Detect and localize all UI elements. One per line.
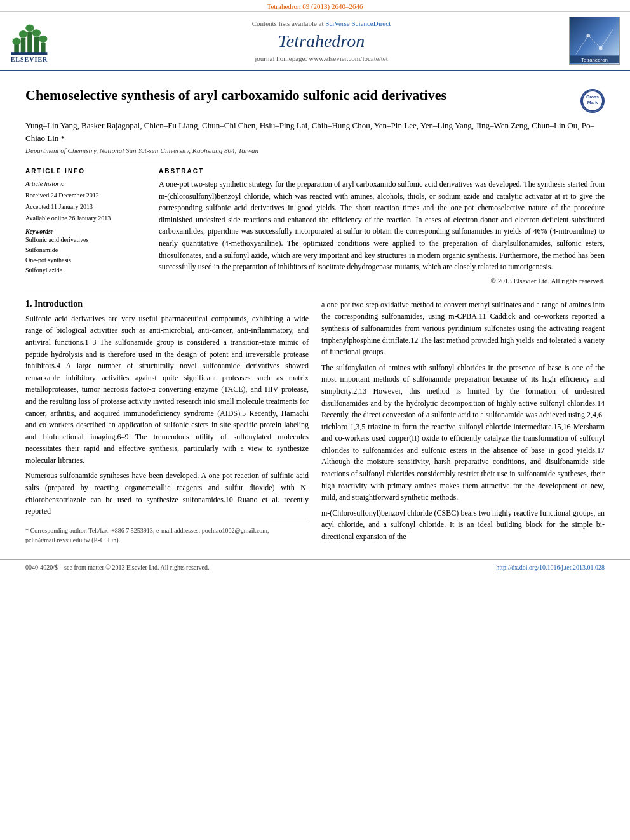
journal-cover-art: Tetrahedron (570, 17, 619, 64)
available-text: Available online 26 January 2013 (25, 215, 111, 222)
article-info-label: ARTICLE INFO (25, 168, 146, 175)
right-paragraph-3: m-(Chlorosulfonyl)benzoyl chloride (CSBC… (321, 507, 605, 543)
authors-text: Yung–Lin Yang, Basker Rajagopal, Chien–F… (25, 121, 594, 143)
svg-rect-0 (14, 43, 19, 53)
svg-point-7 (25, 24, 34, 31)
right-body-col: a one-pot two-step oxidative method to c… (321, 299, 605, 547)
svg-rect-4 (41, 43, 46, 53)
affiliation-line: Department of Chemistry, National Sun Ya… (25, 147, 605, 154)
article-info-col: ARTICLE INFO Article history: Received 2… (25, 168, 146, 284)
sciverse-prefix: Contents lists available at (252, 20, 325, 27)
sciverse-line: Contents lists available at SciVerse Sci… (252, 20, 391, 27)
svg-text:Cross: Cross (586, 95, 599, 99)
right-paragraph-2: The sulfonylation of amines with sulfony… (321, 362, 605, 503)
svg-rect-1 (21, 37, 26, 53)
intro-heading: 1. Introduction (25, 299, 309, 309)
svg-point-9 (39, 35, 47, 42)
svg-point-8 (32, 29, 41, 36)
accepted-text: Accepted 11 January 2013 (25, 203, 93, 210)
intro-paragraph-2: Numerous sulfonamide syntheses have been… (25, 470, 309, 517)
svg-text:Tetrahedron: Tetrahedron (581, 57, 608, 63)
svg-point-5 (12, 37, 20, 44)
history-label: Article history: (25, 178, 146, 189)
journal-citation-text: Tetrahedron 69 (2013) 2640–2646 (267, 3, 363, 10)
article-title: Chemoselective synthesis of aryl carboxa… (25, 86, 580, 104)
journal-title: Tetrahedron (278, 31, 365, 51)
journal-header: ELSEVIER Contents lists available at Sci… (0, 12, 630, 71)
intro-paragraph-1: Sulfonic acid derivatives are very usefu… (25, 313, 309, 467)
keyword-1: Sulfonic acid derivatives Sulfonamide On… (25, 235, 146, 276)
elsevier-tree-icon (10, 20, 48, 55)
journal-citation-bar: Tetrahedron 69 (2013) 2640–2646 (0, 0, 630, 12)
elsevier-logo-container: ELSEVIER (10, 17, 86, 65)
keywords-section: Keywords: Sulfonic acid derivatives Sulf… (25, 228, 146, 276)
accepted-item: Accepted 11 January 2013 (25, 201, 146, 211)
article-info-abstract-section: ARTICLE INFO Article history: Received 2… (25, 168, 605, 284)
svg-point-16 (599, 46, 603, 50)
footer-issn: 0040-4020/$ – see front matter © 2013 El… (25, 564, 209, 571)
crossmark-badge[interactable]: Cross Mark (580, 89, 605, 113)
svg-rect-3 (34, 36, 39, 53)
divider-1 (25, 161, 605, 161)
footer-bar: 0040-4020/$ – see front matter © 2013 El… (0, 559, 630, 575)
journal-header-center: Contents lists available at SciVerse Sci… (86, 17, 556, 65)
footnote: * Corresponding author. Tel./fax: +886 7… (25, 523, 309, 545)
svg-text:Mark: Mark (587, 100, 598, 105)
article-title-section: Chemoselective synthesis of aryl carboxa… (25, 86, 605, 113)
main-body: 1. Introduction Sulfonic acid derivative… (25, 299, 605, 547)
svg-point-6 (19, 30, 27, 37)
main-content: Chemoselective synthesis of aryl carboxa… (0, 71, 630, 553)
journal-homepage: journal homepage: www.elsevier.com/locat… (255, 55, 387, 62)
abstract-text: A one-pot two-step synthetic strategy fo… (159, 178, 605, 273)
journal-cover-container: Tetrahedron (556, 17, 620, 65)
right-paragraph-1: a one-pot two-step oxidative method to c… (321, 299, 605, 358)
svg-rect-10 (11, 52, 48, 55)
elsevier-logo: ELSEVIER (10, 20, 48, 63)
footnote-text: * Corresponding author. Tel./fax: +886 7… (25, 527, 269, 543)
crossmark-icon: Cross Mark (582, 90, 603, 112)
history-text: Article history: (25, 180, 64, 187)
journal-cover-image: Tetrahedron (569, 17, 620, 65)
footer-doi[interactable]: http://dx.doi.org/10.1016/j.tet.2013.01.… (496, 564, 605, 571)
elsevier-label: ELSEVIER (11, 56, 48, 63)
received-text: Received 24 December 2012 (25, 192, 99, 199)
copyright-line: © 2013 Elsevier Ltd. All rights reserved… (159, 277, 605, 284)
svg-point-15 (586, 34, 590, 37)
keywords-label: Keywords: (25, 228, 146, 235)
received-item: Received 24 December 2012 (25, 190, 146, 200)
available-item: Available online 26 January 2013 (25, 213, 146, 223)
abstract-label: ABSTRACT (159, 168, 605, 175)
svg-rect-2 (27, 31, 32, 53)
intro-col: 1. Introduction Sulfonic acid derivative… (25, 299, 309, 547)
divider-2 (25, 290, 605, 290)
sciverse-link[interactable]: SciVerse ScienceDirect (325, 20, 391, 27)
abstract-col: ABSTRACT A one-pot two-step synthetic st… (159, 168, 605, 284)
authors-line: Yung–Lin Yang, Basker Rajagopal, Chien–F… (25, 119, 605, 144)
